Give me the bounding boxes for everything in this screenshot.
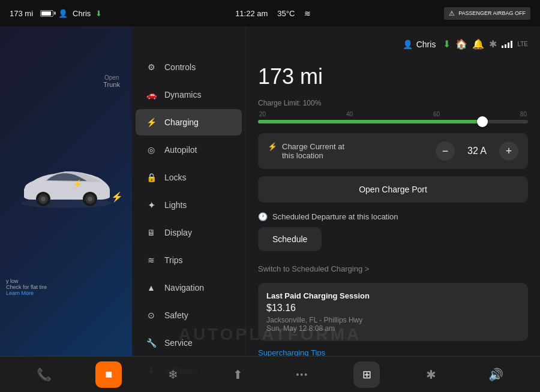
battery-icon — [40, 10, 53, 17]
trips-icon: ≋ — [145, 254, 157, 266]
home-icon[interactable]: 🏠 — [455, 38, 467, 50]
sidebar-item-display[interactable]: 🖥 Display — [136, 219, 242, 246]
svg-point-6 — [88, 197, 92, 201]
dock-phone[interactable]: 📞 — [31, 361, 58, 388]
dynamics-label: Dynamics — [164, 90, 201, 99]
download-icon-top: ⬇ — [95, 9, 102, 18]
status-bar: 173 mi 👤 Chris ⬇ 11:22 am 35°C ≋ ⚠ PASSE… — [0, 0, 540, 26]
navigation-label: Navigation — [164, 283, 204, 293]
navigation-icon: ▲ — [145, 282, 157, 294]
dock-media[interactable]: ■ — [95, 361, 122, 388]
scheduled-text: Scheduled Departure at this location — [272, 212, 398, 221]
dock-steer[interactable]: ⬆ — [224, 361, 251, 388]
main-area: ⚙ Controls 🚗 Dynamics ⚡ Charging ◎ Autop… — [132, 26, 540, 356]
scheduled-label: 🕐 Scheduled Departure at this location — [258, 212, 528, 221]
airbag-label: PASSENGER AIRBAG OFF — [458, 10, 526, 16]
apps-icon: ⊞ — [362, 368, 371, 381]
car-area: Open Trunk ⚡ y low Check for flat tire L… — [0, 26, 132, 356]
location-text: Jacksonville, FL - Phillips Hwy — [266, 316, 362, 324]
last-session-section: Last Paid Charging Session $13.16 Jackso… — [258, 283, 528, 341]
service-icon: 🔧 — [145, 337, 157, 349]
time-display: 11:22 am — [235, 9, 268, 18]
user-actions: ⬇ 🏠 🔔 ✱ LTE — [443, 38, 528, 50]
session-date: Sun, May 12 8:08 am — [266, 324, 335, 333]
increase-current-button[interactable]: + — [499, 141, 518, 161]
lte-label: LTE — [517, 41, 528, 47]
range-display-top: 173 mi — [10, 9, 33, 18]
svg-point-0 — [21, 198, 111, 208]
trips-label: Trips — [164, 255, 183, 265]
trunk-label: Trunk — [103, 81, 120, 88]
sidebar-item-navigation[interactable]: ▲ Navigation — [136, 275, 242, 301]
car-image: ⚡ — [12, 158, 120, 212]
svg-text:⚡: ⚡ — [72, 179, 83, 189]
sidebar-item-lights[interactable]: ✦ Lights — [136, 192, 242, 218]
charge-current-text: Charge Current atthis location — [282, 142, 344, 160]
dock-bluetooth-bottom[interactable]: ✱ — [418, 361, 445, 388]
dynamics-icon: 🚗 — [145, 89, 157, 101]
status-center: 11:22 am 35°C ≋ — [102, 9, 444, 18]
safety-icon: ⊙ — [145, 309, 157, 321]
charge-limit-label: Charge Limit: 100% — [258, 99, 528, 107]
clock-icon: 🕐 — [258, 212, 268, 221]
switch-charging-link[interactable]: Switch to Scheduled Charging > — [258, 264, 528, 273]
charge-current-label: ⚡ Charge Current atthis location — [268, 142, 344, 160]
range-value: 173 mi — [258, 64, 528, 89]
controls-label: Controls — [164, 62, 196, 72]
svg-point-3 — [41, 197, 46, 201]
temp-display: 35°C — [277, 9, 295, 18]
bottom-dock: 📞 ■ ❄ ⬆ ••• ⊞ ✱ 🔊 — [0, 356, 540, 392]
user-info: 👤 Chris — [403, 40, 436, 49]
charge-thumb[interactable] — [477, 116, 488, 127]
open-charge-port-button[interactable]: Open Charge Port — [258, 176, 528, 203]
sidebar-item-trips[interactable]: ≋ Trips — [136, 247, 242, 273]
last-session-title: Last Paid Charging Session — [266, 291, 520, 300]
current-value: 32 A — [462, 146, 492, 156]
supercharging-tips-link[interactable]: Supercharging Tips — [258, 348, 528, 356]
last-session-location: Jacksonville, FL - Phillips Hwy Sun, May… — [266, 316, 520, 333]
charge-marks: 20 40 60 80 — [258, 111, 528, 117]
charge-fill — [258, 120, 488, 123]
car-svg: ⚡ — [12, 158, 120, 212]
open-label: Open — [103, 74, 120, 81]
autopilot-icon: ◎ — [145, 144, 157, 156]
tire-warning: y low Check for flat tire Learn More — [6, 278, 47, 296]
signal-bar-1 — [502, 46, 503, 48]
sidebar-item-locks[interactable]: 🔒 Locks — [136, 164, 242, 191]
charging-label: Charging — [164, 117, 199, 127]
sidebar-item-charging[interactable]: ⚡ Charging — [136, 109, 242, 135]
sidebar-item-safety[interactable]: ⊙ Safety — [136, 302, 242, 328]
controls-icon: ⚙ — [145, 61, 157, 73]
passenger-airbag: ⚠ PASSENGER AIRBAG OFF — [444, 7, 530, 20]
charge-track[interactable] — [258, 120, 528, 123]
charge-current-controls: − 32 A + — [436, 141, 518, 161]
download-icon[interactable]: ⬇ — [443, 38, 451, 50]
safety-label: Safety — [164, 310, 188, 320]
dock-volume[interactable]: 🔊 — [482, 361, 509, 388]
last-session-amount: $13.16 — [266, 303, 520, 313]
bluetooth-icon[interactable]: ✱ — [489, 38, 497, 50]
decrease-current-button[interactable]: − — [436, 141, 455, 161]
sidebar-item-dynamics[interactable]: 🚗 Dynamics — [136, 82, 242, 108]
charge-plug-icon: ⚡ — [268, 142, 277, 151]
user-person-icon: 👤 — [403, 40, 413, 49]
schedule-button[interactable]: Schedule — [258, 227, 322, 251]
lights-label: Lights — [164, 200, 187, 210]
status-user: Chris — [73, 9, 91, 18]
display-label: Display — [164, 228, 192, 237]
sidebar-item-controls[interactable]: ⚙ Controls — [136, 54, 242, 80]
bell-icon[interactable]: 🔔 — [472, 38, 484, 50]
dock-climate[interactable]: ❄ — [160, 361, 187, 388]
sidebar-item-service[interactable]: 🔧 Service — [136, 330, 242, 356]
signal-bars — [502, 41, 512, 48]
person-icon-top: 👤 — [58, 9, 68, 18]
sidebar: ⚙ Controls 🚗 Dynamics ⚡ Charging ◎ Autop… — [132, 26, 246, 356]
sidebar-item-autopilot[interactable]: ◎ Autopilot — [136, 137, 242, 163]
dock-apps[interactable]: ⊞ — [353, 361, 380, 388]
wifi-icon: ≋ — [304, 9, 311, 18]
dock-more[interactable]: ••• — [289, 361, 316, 388]
username: Chris — [416, 40, 436, 49]
open-trunk[interactable]: Open Trunk — [103, 74, 120, 88]
signal-bar-2 — [505, 44, 506, 48]
charge-current-section: ⚡ Charge Current atthis location − 32 A … — [258, 133, 528, 169]
